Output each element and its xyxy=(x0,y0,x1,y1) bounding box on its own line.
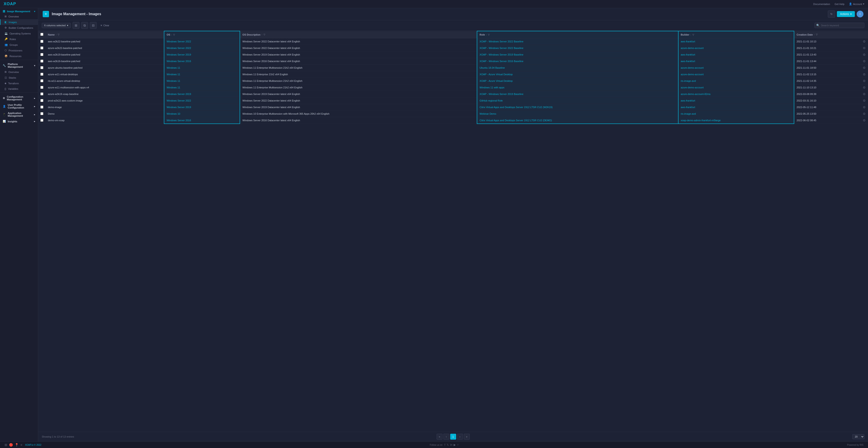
row-settings-button[interactable]: ⚙ xyxy=(863,105,866,109)
per-page-select[interactable]: 20 50 100 xyxy=(852,434,864,439)
columns-selector[interactable]: 6 columns selected ▾ xyxy=(42,23,71,28)
row-checkbox[interactable] xyxy=(40,60,43,63)
footer-icon-2[interactable]: 🔴 xyxy=(9,443,13,447)
row-settings-button[interactable]: ⚙ xyxy=(863,118,866,122)
print-button[interactable]: ⊟ xyxy=(90,22,97,29)
sidebar-item-operating-systems[interactable]: 💻 Operating Systems xyxy=(0,31,38,36)
add-image-button[interactable]: + xyxy=(43,11,49,17)
row-role[interactable]: XOAP - Azure Virtual Desktop xyxy=(477,71,678,78)
date-sort-icon[interactable]: ↕ xyxy=(814,33,815,36)
row-builder[interactable]: aws-frankfurt xyxy=(678,38,794,45)
row-checkbox[interactable] xyxy=(40,66,43,69)
account-menu[interactable]: 👤 Account ▾ xyxy=(849,2,864,5)
row-role[interactable]: XOAP - Windows Server 2019 Baseline xyxy=(477,51,678,58)
row-builder[interactable]: aws-frankfurt xyxy=(678,51,794,58)
twitter-icon[interactable]: 𝕏 xyxy=(446,443,449,446)
row-checkbox[interactable] xyxy=(40,119,43,122)
sidebar-item-provisioners[interactable]: ⬡ Provisioners xyxy=(0,47,38,53)
row-os[interactable]: Windows 11 xyxy=(164,78,240,84)
row-checkbox[interactable] xyxy=(40,46,43,49)
row-role[interactable]: Ubuntu 18.04 Baseline xyxy=(477,65,678,71)
sidebar-item-groups[interactable]: 👥 Groups xyxy=(0,42,38,47)
sidebar-item-terraform[interactable]: ◈ Terraform xyxy=(0,80,38,86)
row-settings-button[interactable]: ⚙ xyxy=(863,40,866,43)
sidebar-group-insights[interactable]: 📊 Insights ▸ xyxy=(0,118,38,124)
sidebar-item-images[interactable]: ◧ Images xyxy=(0,19,38,25)
row-checkbox[interactable] xyxy=(40,40,43,43)
row-role[interactable]: Citrix Virtual Apps and Desktops Server … xyxy=(477,117,678,124)
os-filter-icon[interactable]: ▽ xyxy=(173,34,175,36)
row-builder[interactable]: azure-demo-account xyxy=(678,45,794,51)
row-settings-button[interactable]: ⚙ xyxy=(863,85,866,89)
sidebar-item-overview[interactable]: ⊞ Overview xyxy=(0,13,38,19)
row-builder[interactable]: ris-image-avd xyxy=(678,111,794,117)
row-settings-button[interactable]: ⚙ xyxy=(863,53,866,57)
row-settings-button[interactable]: ⚙ xyxy=(863,112,866,115)
row-os[interactable]: Windows Server 2016 xyxy=(164,58,240,65)
row-role[interactable]: XOAP - Windows Server 2016 Baseline xyxy=(477,58,678,65)
sidebar-item-roles[interactable]: 🔑 Roles xyxy=(0,36,38,42)
footer-icon-4[interactable]: ≡ xyxy=(21,443,22,447)
row-builder[interactable]: xoap-demo-admin-frankfurt-m5large xyxy=(678,117,794,124)
sidebar-item-variables[interactable]: {} Variables xyxy=(0,86,38,92)
sidebar-item-resources[interactable]: 📦 Resources xyxy=(0,53,38,59)
row-role[interactable]: Citrix Virtual Apps and Desktops Server … xyxy=(477,104,678,111)
row-builder[interactable]: azure-demo-account xyxy=(678,84,794,91)
row-role[interactable]: Webinar Demo xyxy=(477,111,678,117)
role-filter-icon[interactable]: ▽ xyxy=(488,34,490,36)
prev-page-button[interactable]: ‹ xyxy=(443,434,449,440)
date-filter-icon[interactable]: ▽ xyxy=(816,33,817,36)
sidebar-group-user-profile-configuration[interactable]: 👤 User Profile Configuration ▸ xyxy=(0,102,38,110)
row-builder[interactable]: aws-frankfurt xyxy=(678,58,794,65)
row-role[interactable]: XOAP - Windows Server 2022 Baseline xyxy=(477,45,678,51)
sidebar-group-configuration-management[interactable]: ⚙ Configuration Management ▸ xyxy=(0,94,38,102)
sidebar-item-stacks[interactable]: ◫ Stacks xyxy=(0,75,38,80)
row-checkbox[interactable] xyxy=(40,112,43,115)
facebook-icon[interactable]: f xyxy=(444,443,445,446)
row-settings-button[interactable]: ⚙ xyxy=(863,72,866,76)
row-role[interactable]: XOAP - Azure Virtual Desktop xyxy=(477,78,678,84)
search-input[interactable] xyxy=(814,23,864,28)
clear-button[interactable]: ✕ Clear xyxy=(98,23,111,28)
sidebar-group-application-management[interactable]: 📱 Application Management ▸ xyxy=(0,110,38,118)
os-desc-filter-icon[interactable]: ▽ xyxy=(264,33,265,36)
os-desc-sort-icon[interactable]: ↕ xyxy=(261,33,262,36)
refresh-button[interactable]: ↻ xyxy=(828,10,835,18)
row-settings-button[interactable]: ⚙ xyxy=(863,99,866,102)
select-all-checkbox[interactable] xyxy=(40,33,43,36)
builder-filter-icon[interactable]: ▽ xyxy=(692,34,694,36)
actions-button[interactable]: Actions ▾ xyxy=(837,11,855,17)
last-page-button[interactable]: » xyxy=(464,434,470,440)
row-role[interactable]: GitHub regional Role xyxy=(477,97,678,104)
row-os[interactable]: Windows Server 2019 xyxy=(164,51,240,58)
first-page-button[interactable]: « xyxy=(437,434,442,440)
os-sort-icon[interactable]: ↕ xyxy=(171,34,172,36)
github-icon[interactable]: ⑂ xyxy=(457,443,459,446)
documentation-link[interactable]: Documentation xyxy=(813,3,830,5)
row-settings-button[interactable]: ⚙ xyxy=(863,46,866,50)
row-os[interactable]: Windows Server 2022 xyxy=(164,38,240,45)
name-sort-icon[interactable]: ↕ xyxy=(56,33,57,36)
row-builder[interactable]: ris-image-avd xyxy=(678,78,794,84)
row-builder[interactable]: azure-demo-account xyxy=(678,65,794,71)
row-os[interactable]: Windows 11 xyxy=(164,65,240,71)
row-builder[interactable]: azure-demo-account-82ms xyxy=(678,91,794,97)
export-csv-button[interactable]: ⊞ xyxy=(73,22,80,29)
row-checkbox[interactable] xyxy=(40,106,43,108)
sidebar-item-pm-overview[interactable]: ⊞ Overview xyxy=(0,69,38,75)
row-role[interactable]: XOAP - Windows Server 2019 Baseline xyxy=(477,91,678,97)
row-checkbox[interactable] xyxy=(40,73,43,76)
page-1-button[interactable]: 1 xyxy=(450,434,456,440)
row-settings-button[interactable]: ⚙ xyxy=(863,92,866,96)
user-avatar[interactable]: I xyxy=(857,11,864,18)
row-settings-button[interactable]: ⚙ xyxy=(863,66,866,70)
next-page-button[interactable]: › xyxy=(457,434,463,440)
row-os[interactable]: Windows Server 2022 xyxy=(164,45,240,51)
builder-sort-icon[interactable]: ↕ xyxy=(690,34,691,36)
name-filter-icon[interactable]: ▽ xyxy=(58,33,59,36)
sidebar-group-platform-management[interactable]: 🔧 Platform Management ▾ xyxy=(0,61,38,69)
sidebar-item-builder-configurations[interactable]: ⚙ Builder Configurations xyxy=(0,25,38,31)
footer-icon-1[interactable]: ⊞ xyxy=(4,443,7,447)
row-os[interactable]: Windows Server 2022 xyxy=(164,97,240,104)
linkedin-icon[interactable]: in xyxy=(450,443,452,446)
